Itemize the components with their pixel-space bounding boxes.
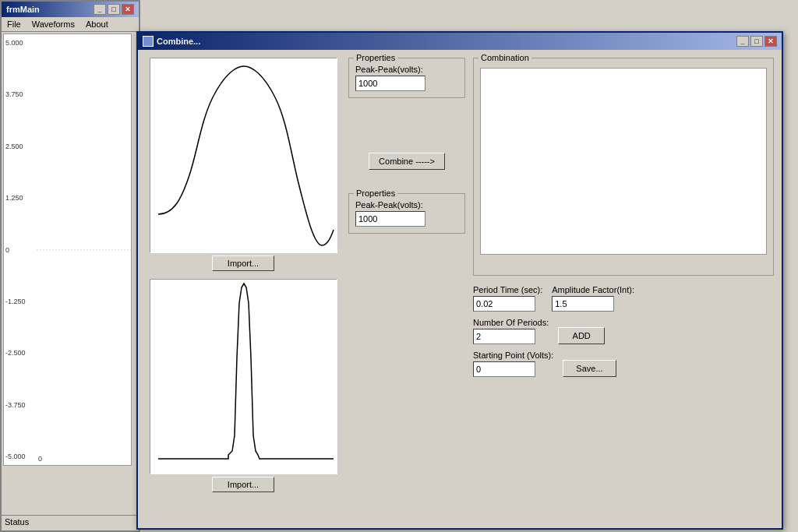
num-periods-label: Number Of Periods: (473, 318, 549, 327)
top-import-btn[interactable]: Import... (212, 255, 274, 271)
right-column: Combination Period Time (sec): Amplit (473, 58, 774, 520)
params-row-1: Period Time (sec): Amplitude Factor(Int)… (473, 285, 774, 312)
combination-label: Combination (478, 53, 531, 62)
starting-point-label: Starting Point (Volts): (473, 351, 553, 360)
period-time-group: Period Time (sec): (473, 285, 542, 312)
bottom-properties-group: Properties Peak-Peak(volts): (348, 193, 465, 234)
bottom-peak-input[interactable] (355, 211, 425, 227)
params-row-2: Number Of Periods: ADD (473, 318, 774, 344)
menu-about[interactable]: About (83, 19, 111, 30)
period-time-input[interactable] (473, 296, 535, 312)
main-menubar: File Waveforms About (2, 17, 139, 32)
combination-group: Combination (473, 58, 774, 276)
amplitude-factor-input[interactable] (552, 296, 614, 312)
bottom-waveform-svg (150, 280, 337, 474)
top-properties-group: Properties Peak-Peak(volts): (348, 58, 465, 98)
main-titlebar-buttons: _ □ ✕ (94, 4, 134, 15)
dialog-title: Combine... (157, 37, 200, 46)
top-peak-input[interactable] (355, 76, 425, 91)
save-group: Save... (563, 360, 616, 377)
combination-svg (481, 69, 766, 254)
amplitude-factor-label: Amplitude Factor(Int): (552, 285, 634, 294)
params-row-3: Starting Point (Volts): Save... (473, 351, 774, 377)
main-window: frmMain _ □ ✕ File Waveforms About 5.000… (0, 0, 140, 532)
starting-point-input[interactable] (473, 361, 535, 377)
params-section: Period Time (sec): Amplitude Factor(Int)… (473, 282, 774, 380)
dialog-restore-btn[interactable]: □ (750, 36, 763, 47)
top-waveform-panel: Import... (146, 58, 341, 271)
svg-rect-4 (481, 69, 766, 254)
num-periods-group: Number Of Periods: (473, 318, 549, 344)
main-minimize-btn[interactable]: _ (94, 4, 106, 15)
combine-dialog: Combine... _ □ ✕ Import... (136, 31, 783, 530)
starting-point-group: Starting Point (Volts): (473, 351, 553, 377)
add-button[interactable]: ADD (558, 327, 605, 344)
main-title: frmMain (6, 5, 40, 14)
svg-text:0: 0 (38, 455, 42, 463)
status-text: Status (5, 517, 29, 527)
bottom-waveform-panel: Import... (146, 279, 341, 492)
dialog-titlebar-buttons: _ □ ✕ (736, 36, 777, 47)
combine-btn-container: Combine -----> (348, 153, 465, 170)
bottom-properties-label: Properties (354, 188, 397, 198)
num-periods-input[interactable] (473, 329, 535, 344)
menu-file[interactable]: File (5, 19, 23, 30)
main-restore-btn[interactable]: □ (108, 4, 120, 15)
top-waveform-svg (150, 58, 337, 253)
middle-column: Properties Peak-Peak(volts): Combine ---… (348, 58, 465, 520)
dialog-body: Import... Import... Properties Peak-Pe (138, 50, 782, 528)
bottom-import-btn[interactable]: Import... (212, 477, 274, 492)
amplitude-factor-group: Amplitude Factor(Int): (552, 285, 634, 312)
save-button[interactable]: Save... (563, 360, 616, 377)
main-chart-svg: 0 (4, 34, 132, 467)
top-peak-label: Peak-Peak(volts): (355, 65, 458, 74)
dialog-titlebar: Combine... _ □ ✕ (138, 33, 782, 50)
bottom-waveform-canvas (150, 279, 337, 474)
dialog-minimize-btn[interactable]: _ (736, 36, 749, 47)
dialog-close-btn[interactable]: ✕ (764, 36, 777, 47)
menu-waveforms[interactable]: Waveforms (30, 19, 77, 30)
dialog-icon (143, 36, 154, 47)
top-waveform-canvas (150, 58, 337, 252)
main-close-btn[interactable]: ✕ (122, 4, 134, 15)
dialog-title-left: Combine... (143, 36, 200, 47)
left-column: Import... Import... (146, 58, 341, 520)
combination-canvas (480, 68, 767, 255)
bottom-peak-label: Peak-Peak(volts): (355, 200, 458, 210)
combine-button[interactable]: Combine -----> (369, 153, 445, 170)
status-bar: Status (2, 515, 139, 530)
add-group: ADD (558, 327, 605, 344)
period-time-label: Period Time (sec): (473, 285, 542, 294)
main-titlebar: frmMain _ □ ✕ (2, 2, 139, 17)
top-properties-label: Properties (354, 53, 397, 62)
svg-rect-3 (150, 280, 337, 474)
